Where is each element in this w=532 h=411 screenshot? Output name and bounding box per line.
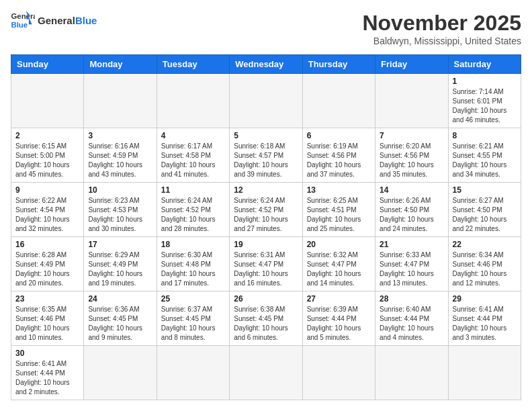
calendar-day-cell: 18Sunrise: 6:30 AM Sunset: 4:48 PM Dayli…	[157, 237, 229, 291]
calendar-header: SundayMondayTuesdayWednesdayThursdayFrid…	[11, 55, 521, 74]
day-number: 28	[380, 294, 443, 304]
day-number: 23	[15, 294, 79, 304]
day-sun-info: Sunrise: 6:17 AM Sunset: 4:58 PM Dayligh…	[161, 142, 225, 179]
day-number: 14	[380, 185, 443, 195]
day-number: 3	[88, 131, 152, 140]
calendar-day-cell: 10Sunrise: 6:23 AM Sunset: 4:53 PM Dayli…	[84, 183, 157, 237]
day-number: 13	[307, 185, 371, 195]
weekday-header-thursday: Thursday	[302, 55, 375, 74]
day-sun-info: Sunrise: 6:22 AM Sunset: 4:54 PM Dayligh…	[15, 196, 79, 234]
day-number: 21	[380, 240, 443, 249]
day-number: 27	[307, 294, 371, 304]
calendar-day-cell: 22Sunrise: 6:34 AM Sunset: 4:46 PM Dayli…	[448, 237, 521, 291]
calendar-day-cell: 12Sunrise: 6:24 AM Sunset: 4:52 PM Dayli…	[230, 183, 302, 237]
calendar-day-cell: 9Sunrise: 6:22 AM Sunset: 4:54 PM Daylig…	[11, 183, 84, 237]
day-sun-info: Sunrise: 6:16 AM Sunset: 4:59 PM Dayligh…	[88, 142, 152, 179]
calendar-day-cell	[157, 346, 229, 400]
calendar-day-cell: 26Sunrise: 6:38 AM Sunset: 4:45 PM Dayli…	[230, 291, 302, 346]
day-number: 7	[380, 131, 443, 140]
day-number: 11	[161, 185, 225, 195]
calendar-day-cell: 3Sunrise: 6:16 AM Sunset: 4:59 PM Daylig…	[84, 128, 157, 183]
logo: General Blue GeneralBlue	[11, 11, 97, 30]
day-sun-info: Sunrise: 6:41 AM Sunset: 4:44 PM Dayligh…	[453, 305, 517, 342]
day-sun-info: Sunrise: 6:28 AM Sunset: 4:49 PM Dayligh…	[15, 250, 79, 288]
calendar-day-cell: 15Sunrise: 6:27 AM Sunset: 4:50 PM Dayli…	[448, 183, 521, 237]
calendar-week-row: 16Sunrise: 6:28 AM Sunset: 4:49 PM Dayli…	[11, 237, 521, 291]
calendar-day-cell: 8Sunrise: 6:21 AM Sunset: 4:55 PM Daylig…	[448, 128, 521, 183]
day-number: 25	[161, 294, 225, 304]
day-sun-info: Sunrise: 6:26 AM Sunset: 4:50 PM Dayligh…	[380, 196, 443, 234]
day-sun-info: Sunrise: 6:21 AM Sunset: 4:55 PM Dayligh…	[453, 142, 517, 179]
calendar-day-cell: 6Sunrise: 6:19 AM Sunset: 4:56 PM Daylig…	[302, 128, 375, 183]
calendar-day-cell: 17Sunrise: 6:29 AM Sunset: 4:49 PM Dayli…	[84, 237, 157, 291]
calendar-week-row: 9Sunrise: 6:22 AM Sunset: 4:54 PM Daylig…	[11, 183, 521, 237]
day-number: 12	[234, 185, 298, 195]
day-sun-info: Sunrise: 6:34 AM Sunset: 4:46 PM Dayligh…	[453, 250, 517, 288]
day-number: 20	[307, 240, 371, 249]
calendar-day-cell	[157, 74, 229, 128]
calendar-day-cell	[11, 74, 84, 128]
month-year-title: November 2025	[362, 11, 521, 36]
day-sun-info: Sunrise: 7:14 AM Sunset: 6:01 PM Dayligh…	[453, 87, 517, 125]
calendar-day-cell	[84, 346, 157, 400]
calendar-week-row: 30Sunrise: 6:41 AM Sunset: 4:44 PM Dayli…	[11, 346, 521, 400]
day-sun-info: Sunrise: 6:41 AM Sunset: 4:44 PM Dayligh…	[15, 359, 79, 397]
logo-text: GeneralBlue	[38, 15, 97, 26]
calendar-day-cell: 4Sunrise: 6:17 AM Sunset: 4:58 PM Daylig…	[157, 128, 229, 183]
generalblue-logo-icon: General Blue	[11, 11, 35, 30]
weekday-header-saturday: Saturday	[448, 55, 521, 74]
calendar-day-cell: 24Sunrise: 6:36 AM Sunset: 4:45 PM Dayli…	[84, 291, 157, 346]
day-sun-info: Sunrise: 6:30 AM Sunset: 4:48 PM Dayligh…	[161, 250, 225, 288]
weekday-header-sunday: Sunday	[11, 55, 84, 74]
day-sun-info: Sunrise: 6:38 AM Sunset: 4:45 PM Dayligh…	[234, 305, 298, 342]
day-number: 24	[88, 294, 152, 304]
day-number: 10	[88, 185, 152, 195]
calendar-day-cell: 19Sunrise: 6:31 AM Sunset: 4:47 PM Dayli…	[230, 237, 302, 291]
calendar-table: SundayMondayTuesdayWednesdayThursdayFrid…	[11, 54, 521, 400]
day-sun-info: Sunrise: 6:24 AM Sunset: 4:52 PM Dayligh…	[161, 196, 225, 234]
calendar-week-row: 1Sunrise: 7:14 AM Sunset: 6:01 PM Daylig…	[11, 74, 521, 128]
calendar-week-row: 2Sunrise: 6:15 AM Sunset: 5:00 PM Daylig…	[11, 128, 521, 183]
calendar-day-cell	[302, 346, 375, 400]
day-number: 4	[161, 131, 225, 140]
calendar-day-cell: 25Sunrise: 6:37 AM Sunset: 4:45 PM Dayli…	[157, 291, 229, 346]
calendar-day-cell	[375, 74, 448, 128]
day-number: 18	[161, 240, 225, 249]
calendar-day-cell: 30Sunrise: 6:41 AM Sunset: 4:44 PM Dayli…	[11, 346, 84, 400]
calendar-day-cell: 7Sunrise: 6:20 AM Sunset: 4:56 PM Daylig…	[375, 128, 448, 183]
calendar-day-cell	[302, 74, 375, 128]
calendar-day-cell: 11Sunrise: 6:24 AM Sunset: 4:52 PM Dayli…	[157, 183, 229, 237]
weekday-header-tuesday: Tuesday	[157, 55, 229, 74]
calendar-day-cell	[448, 346, 521, 400]
day-number: 15	[453, 185, 517, 195]
day-sun-info: Sunrise: 6:37 AM Sunset: 4:45 PM Dayligh…	[161, 305, 225, 342]
weekday-header-wednesday: Wednesday	[230, 55, 302, 74]
calendar-body: 1Sunrise: 7:14 AM Sunset: 6:01 PM Daylig…	[11, 74, 521, 400]
day-number: 8	[453, 131, 517, 140]
day-sun-info: Sunrise: 6:31 AM Sunset: 4:47 PM Dayligh…	[234, 250, 298, 288]
calendar-day-cell: 23Sunrise: 6:35 AM Sunset: 4:46 PM Dayli…	[11, 291, 84, 346]
calendar-day-cell: 21Sunrise: 6:33 AM Sunset: 4:47 PM Dayli…	[375, 237, 448, 291]
calendar-day-cell	[375, 346, 448, 400]
svg-text:General: General	[11, 12, 36, 20]
day-sun-info: Sunrise: 6:29 AM Sunset: 4:49 PM Dayligh…	[88, 250, 152, 288]
day-number: 9	[15, 185, 79, 195]
weekday-header-monday: Monday	[84, 55, 157, 74]
calendar-day-cell: 29Sunrise: 6:41 AM Sunset: 4:44 PM Dayli…	[448, 291, 521, 346]
day-sun-info: Sunrise: 6:25 AM Sunset: 4:51 PM Dayligh…	[307, 196, 371, 234]
day-sun-info: Sunrise: 6:23 AM Sunset: 4:53 PM Dayligh…	[88, 196, 152, 234]
calendar-day-cell	[230, 346, 302, 400]
day-sun-info: Sunrise: 6:33 AM Sunset: 4:47 PM Dayligh…	[380, 250, 443, 288]
location-subtitle: Baldwyn, Mississippi, United States	[362, 36, 521, 46]
day-sun-info: Sunrise: 6:36 AM Sunset: 4:45 PM Dayligh…	[88, 305, 152, 342]
calendar-day-cell: 16Sunrise: 6:28 AM Sunset: 4:49 PM Dayli…	[11, 237, 84, 291]
day-sun-info: Sunrise: 6:39 AM Sunset: 4:44 PM Dayligh…	[307, 305, 371, 342]
weekday-header-row: SundayMondayTuesdayWednesdayThursdayFrid…	[11, 55, 521, 74]
page-header: General Blue GeneralBlue November 2025 B…	[11, 11, 521, 46]
svg-text:Blue: Blue	[11, 21, 28, 29]
day-sun-info: Sunrise: 6:19 AM Sunset: 4:56 PM Dayligh…	[307, 142, 371, 179]
day-number: 1	[453, 77, 517, 86]
day-number: 5	[234, 131, 298, 140]
day-number: 26	[234, 294, 298, 304]
calendar-day-cell: 5Sunrise: 6:18 AM Sunset: 4:57 PM Daylig…	[230, 128, 302, 183]
